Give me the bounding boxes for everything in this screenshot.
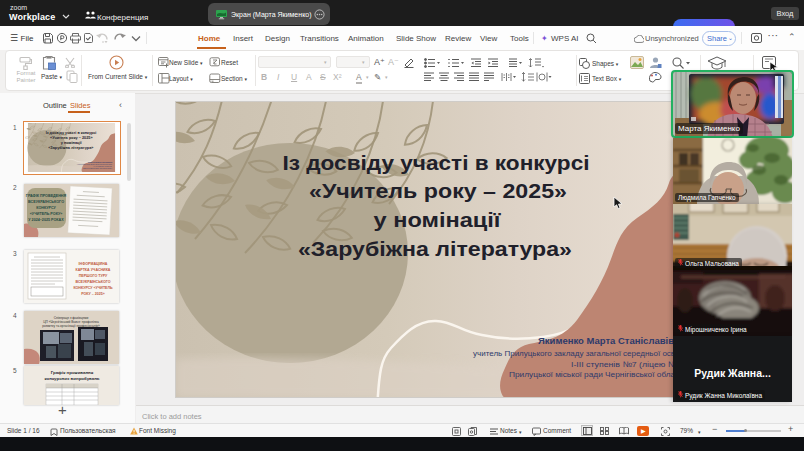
svg-text:КАРТКА УЧАСНИКА: КАРТКА УЧАСНИКА <box>76 268 111 272</box>
svg-text:КОНКУРСУ «УЧИТЕЛЬ: КОНКУРСУ «УЧИТЕЛЬ <box>73 286 113 290</box>
svg-text:конкурсних випробувань: конкурсних випробувань <box>44 376 99 381</box>
svg-text:ВСЕУКРАЇНСЬКОГО: ВСЕУКРАЇНСЬКОГО <box>28 200 64 204</box>
svg-text:ПЕРШОГО ТУРУ: ПЕРШОГО ТУРУ <box>79 274 108 278</box>
svg-text:ГРАФІК ПРОВЕДЕННЯ: ГРАФІК ПРОВЕДЕННЯ <box>26 194 67 198</box>
svg-text:У 2024–2025 РОКАХ: У 2024–2025 РОКАХ <box>28 218 64 222</box>
svg-text:РОКУ – 2025»: РОКУ – 2025» <box>81 292 105 296</box>
svg-text:КОНКУРСУ: КОНКУРСУ <box>36 206 56 210</box>
svg-text:ІНФОРМАЦІЙНА: ІНФОРМАЦІЙНА <box>79 262 108 266</box>
svg-text:Графік проживання: Графік проживання <box>51 370 94 375</box>
svg-text:ВСЕУКРАЇНСЬКОГО: ВСЕУКРАЇНСЬКОГО <box>75 280 110 284</box>
svg-text:«УЧИТЕЛЬ РОКУ»: «УЧИТЕЛЬ РОКУ» <box>30 212 62 216</box>
